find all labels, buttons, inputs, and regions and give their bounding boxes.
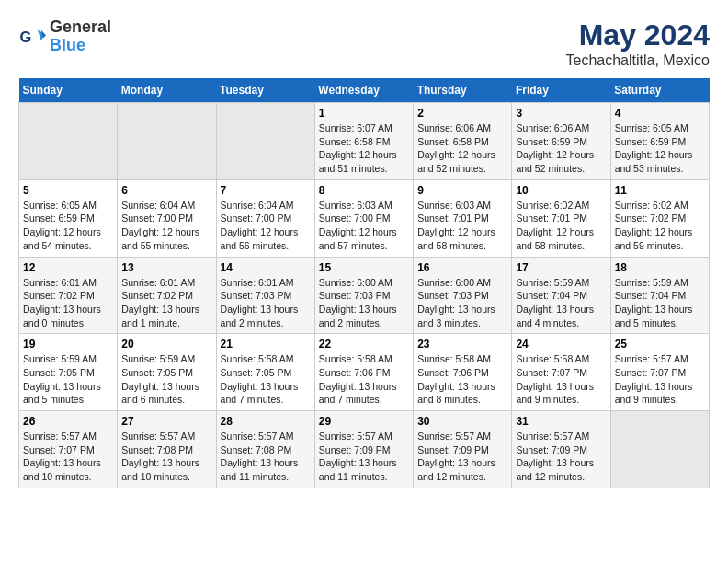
day-number: 17 bbox=[516, 261, 606, 274]
day-number: 7 bbox=[221, 184, 311, 197]
day-info: Sunrise: 6:07 AM Sunset: 6:58 PM Dayligh… bbox=[319, 121, 409, 176]
day-info: Sunrise: 6:02 AM Sunset: 7:02 PM Dayligh… bbox=[615, 199, 705, 253]
day-number: 11 bbox=[615, 184, 705, 197]
day-info: Sunrise: 6:03 AM Sunset: 7:01 PM Dayligh… bbox=[417, 199, 507, 253]
calendar-cell: 21Sunrise: 5:58 AM Sunset: 7:05 PM Dayli… bbox=[216, 334, 314, 411]
calendar-cell: 15Sunrise: 6:00 AM Sunset: 7:03 PM Dayli… bbox=[314, 257, 413, 334]
calendar-table: SundayMondayTuesdayWednesdayThursdayFrid… bbox=[18, 78, 710, 488]
day-info: Sunrise: 5:57 AM Sunset: 7:09 PM Dayligh… bbox=[319, 430, 409, 484]
day-number: 14 bbox=[221, 261, 311, 274]
day-info: Sunrise: 6:01 AM Sunset: 7:03 PM Dayligh… bbox=[221, 276, 311, 330]
day-info: Sunrise: 5:57 AM Sunset: 7:08 PM Dayligh… bbox=[221, 430, 311, 484]
day-header-friday: Friday bbox=[512, 78, 610, 103]
calendar-cell: 2Sunrise: 6:06 AM Sunset: 6:58 PM Daylig… bbox=[414, 103, 512, 180]
logo: G General Blue bbox=[18, 18, 111, 55]
day-header-sunday: Sunday bbox=[19, 78, 118, 103]
day-number: 18 bbox=[615, 261, 705, 274]
day-info: Sunrise: 5:57 AM Sunset: 7:08 PM Dayligh… bbox=[121, 430, 211, 484]
week-row-4: 19Sunrise: 5:59 AM Sunset: 7:05 PM Dayli… bbox=[19, 334, 710, 411]
day-header-monday: Monday bbox=[118, 78, 216, 103]
day-number: 22 bbox=[319, 338, 409, 350]
page-subtitle: Techachaltitla, Mexico bbox=[565, 52, 710, 69]
day-number: 8 bbox=[319, 184, 409, 197]
day-header-thursday: Thursday bbox=[414, 78, 512, 103]
calendar-cell: 16Sunrise: 6:00 AM Sunset: 7:03 PM Dayli… bbox=[414, 257, 512, 334]
day-number: 12 bbox=[23, 261, 113, 274]
day-info: Sunrise: 5:58 AM Sunset: 7:06 PM Dayligh… bbox=[417, 352, 507, 407]
calendar-cell bbox=[118, 103, 216, 180]
calendar-cell: 24Sunrise: 5:58 AM Sunset: 7:07 PM Dayli… bbox=[512, 334, 610, 411]
calendar-cell: 18Sunrise: 5:59 AM Sunset: 7:04 PM Dayli… bbox=[610, 257, 709, 334]
week-row-5: 26Sunrise: 5:57 AM Sunset: 7:07 PM Dayli… bbox=[19, 411, 710, 488]
calendar-cell: 4Sunrise: 6:05 AM Sunset: 6:59 PM Daylig… bbox=[610, 103, 709, 180]
calendar-cell: 14Sunrise: 6:01 AM Sunset: 7:03 PM Dayli… bbox=[216, 257, 314, 334]
calendar-cell: 12Sunrise: 6:01 AM Sunset: 7:02 PM Dayli… bbox=[19, 257, 118, 334]
day-number: 31 bbox=[516, 415, 606, 428]
day-number: 24 bbox=[516, 338, 606, 350]
calendar-cell: 1Sunrise: 6:07 AM Sunset: 6:58 PM Daylig… bbox=[314, 103, 413, 180]
day-header-tuesday: Tuesday bbox=[216, 78, 314, 103]
week-row-3: 12Sunrise: 6:01 AM Sunset: 7:02 PM Dayli… bbox=[19, 257, 710, 334]
day-number: 28 bbox=[221, 415, 311, 428]
header-row: SundayMondayTuesdayWednesdayThursdayFrid… bbox=[19, 78, 710, 103]
calendar-cell: 26Sunrise: 5:57 AM Sunset: 7:07 PM Dayli… bbox=[19, 411, 118, 488]
day-number: 20 bbox=[121, 338, 211, 350]
day-number: 30 bbox=[417, 415, 507, 428]
week-row-1: 1Sunrise: 6:07 AM Sunset: 6:58 PM Daylig… bbox=[19, 103, 710, 180]
day-number: 6 bbox=[121, 184, 211, 197]
day-header-saturday: Saturday bbox=[610, 78, 709, 103]
calendar-cell: 19Sunrise: 5:59 AM Sunset: 7:05 PM Dayli… bbox=[19, 334, 118, 411]
day-number: 16 bbox=[417, 261, 507, 274]
day-info: Sunrise: 5:59 AM Sunset: 7:05 PM Dayligh… bbox=[23, 352, 113, 407]
day-number: 1 bbox=[319, 107, 409, 120]
day-info: Sunrise: 6:02 AM Sunset: 7:01 PM Dayligh… bbox=[516, 199, 606, 253]
day-number: 25 bbox=[615, 338, 705, 350]
calendar-cell: 5Sunrise: 6:05 AM Sunset: 6:59 PM Daylig… bbox=[19, 179, 118, 257]
day-number: 29 bbox=[319, 415, 409, 428]
week-row-2: 5Sunrise: 6:05 AM Sunset: 6:59 PM Daylig… bbox=[19, 179, 710, 257]
calendar-cell: 28Sunrise: 5:57 AM Sunset: 7:08 PM Dayli… bbox=[216, 411, 314, 488]
day-info: Sunrise: 5:59 AM Sunset: 7:05 PM Dayligh… bbox=[121, 352, 211, 407]
calendar-cell bbox=[19, 103, 118, 180]
day-info: Sunrise: 5:57 AM Sunset: 7:07 PM Dayligh… bbox=[615, 352, 705, 407]
day-info: Sunrise: 6:00 AM Sunset: 7:03 PM Dayligh… bbox=[319, 276, 409, 330]
day-number: 23 bbox=[417, 338, 507, 350]
calendar-cell bbox=[216, 103, 314, 180]
calendar-cell: 22Sunrise: 5:58 AM Sunset: 7:06 PM Dayli… bbox=[314, 334, 413, 411]
calendar-cell: 6Sunrise: 6:04 AM Sunset: 7:00 PM Daylig… bbox=[118, 179, 216, 257]
calendar-cell: 11Sunrise: 6:02 AM Sunset: 7:02 PM Dayli… bbox=[610, 179, 709, 257]
day-info: Sunrise: 5:58 AM Sunset: 7:05 PM Dayligh… bbox=[221, 352, 311, 407]
day-number: 15 bbox=[319, 261, 409, 274]
calendar-cell: 17Sunrise: 5:59 AM Sunset: 7:04 PM Dayli… bbox=[512, 257, 610, 334]
day-header-wednesday: Wednesday bbox=[314, 78, 413, 103]
calendar-cell: 25Sunrise: 5:57 AM Sunset: 7:07 PM Dayli… bbox=[610, 334, 709, 411]
calendar-cell: 29Sunrise: 5:57 AM Sunset: 7:09 PM Dayli… bbox=[314, 411, 413, 488]
day-info: Sunrise: 6:01 AM Sunset: 7:02 PM Dayligh… bbox=[23, 276, 113, 330]
calendar-cell: 27Sunrise: 5:57 AM Sunset: 7:08 PM Dayli… bbox=[118, 411, 216, 488]
calendar-cell: 7Sunrise: 6:04 AM Sunset: 7:00 PM Daylig… bbox=[216, 179, 314, 257]
logo-icon: G bbox=[18, 23, 46, 51]
calendar-cell: 8Sunrise: 6:03 AM Sunset: 7:00 PM Daylig… bbox=[314, 179, 413, 257]
day-info: Sunrise: 5:57 AM Sunset: 7:09 PM Dayligh… bbox=[417, 430, 507, 484]
day-info: Sunrise: 6:03 AM Sunset: 7:00 PM Dayligh… bbox=[319, 199, 409, 253]
day-info: Sunrise: 6:05 AM Sunset: 6:59 PM Dayligh… bbox=[615, 121, 705, 176]
day-info: Sunrise: 5:59 AM Sunset: 7:04 PM Dayligh… bbox=[615, 276, 705, 330]
calendar-cell: 10Sunrise: 6:02 AM Sunset: 7:01 PM Dayli… bbox=[512, 179, 610, 257]
day-info: Sunrise: 6:01 AM Sunset: 7:02 PM Dayligh… bbox=[121, 276, 211, 330]
calendar-cell: 30Sunrise: 5:57 AM Sunset: 7:09 PM Dayli… bbox=[414, 411, 512, 488]
day-number: 10 bbox=[516, 184, 606, 197]
day-info: Sunrise: 6:04 AM Sunset: 7:00 PM Dayligh… bbox=[221, 199, 311, 253]
day-info: Sunrise: 6:04 AM Sunset: 7:00 PM Dayligh… bbox=[121, 199, 211, 253]
day-number: 4 bbox=[615, 107, 705, 120]
calendar-cell: 23Sunrise: 5:58 AM Sunset: 7:06 PM Dayli… bbox=[414, 334, 512, 411]
day-number: 13 bbox=[121, 261, 211, 274]
calendar-cell: 3Sunrise: 6:06 AM Sunset: 6:59 PM Daylig… bbox=[512, 103, 610, 180]
day-info: Sunrise: 5:59 AM Sunset: 7:04 PM Dayligh… bbox=[516, 276, 606, 330]
day-info: Sunrise: 5:58 AM Sunset: 7:06 PM Dayligh… bbox=[319, 352, 409, 407]
day-info: Sunrise: 5:57 AM Sunset: 7:09 PM Dayligh… bbox=[516, 430, 606, 484]
day-number: 3 bbox=[516, 107, 606, 120]
calendar-cell: 20Sunrise: 5:59 AM Sunset: 7:05 PM Dayli… bbox=[118, 334, 216, 411]
page-header: G General Blue May 2024 Techachaltitla, … bbox=[18, 18, 710, 69]
day-info: Sunrise: 6:05 AM Sunset: 6:59 PM Dayligh… bbox=[23, 199, 113, 253]
day-info: Sunrise: 5:58 AM Sunset: 7:07 PM Dayligh… bbox=[516, 352, 606, 407]
